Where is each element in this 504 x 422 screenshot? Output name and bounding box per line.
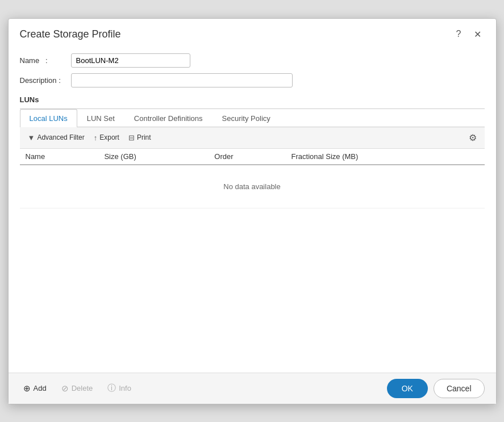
delete-icon: ⊘ — [61, 383, 69, 394]
tab-security-policy[interactable]: Security Policy — [213, 109, 280, 127]
delete-label: Delete — [72, 384, 93, 392]
cancel-button[interactable]: Cancel — [434, 379, 485, 398]
help-button[interactable]: ? — [453, 28, 465, 40]
description-row: Description : — [20, 73, 485, 87]
luns-table: Name Size (GB) Order Fractional Size (MB… — [20, 149, 485, 208]
col-name: Name — [20, 149, 99, 165]
settings-button[interactable]: ⚙ — [465, 131, 480, 145]
print-button[interactable]: ⊟ Print — [125, 132, 155, 144]
gear-icon: ⚙ — [469, 133, 477, 143]
col-size: Size (GB) — [98, 149, 209, 165]
col-order: Order — [209, 149, 285, 165]
no-data-message: No data available — [20, 165, 485, 208]
export-icon: ↑ — [94, 133, 98, 142]
table-container: Name Size (GB) Order Fractional Size (MB… — [20, 149, 485, 373]
export-button[interactable]: ↑ Export — [90, 132, 123, 144]
dialog-title: Create Storage Profile — [20, 28, 121, 40]
create-storage-profile-dialog: Create Storage Profile ? ✕ Name : Descri… — [8, 18, 497, 404]
no-data-row: No data available — [20, 165, 485, 208]
name-label: Name : — [20, 56, 71, 65]
print-label: Print — [137, 133, 151, 141]
dialog-body: Name : Description : LUNs Local LUNs LUN… — [9, 48, 496, 373]
header-actions: ? ✕ — [453, 28, 485, 41]
name-row: Name : — [20, 53, 485, 68]
filter-icon: ▼ — [28, 133, 35, 142]
ok-button[interactable]: OK — [387, 379, 428, 398]
tab-local-luns[interactable]: Local LUNs — [20, 109, 77, 127]
dialog-buttons: OK Cancel — [387, 379, 485, 398]
add-button[interactable]: ⊕ Add — [20, 381, 50, 396]
footer-actions: ⊕ Add ⊘ Delete ⓘ Info — [20, 381, 135, 396]
table-header-row: Name Size (GB) Order Fractional Size (MB… — [20, 149, 485, 165]
tabs-container: Local LUNs LUN Set Controller Definition… — [20, 109, 485, 127]
name-input[interactable] — [71, 53, 190, 68]
description-label: Description : — [20, 76, 71, 85]
export-label: Export — [99, 133, 119, 141]
add-icon: ⊕ — [23, 383, 31, 394]
info-label: Info — [119, 384, 131, 392]
info-button[interactable]: ⓘ Info — [104, 381, 135, 396]
dialog-footer: ⊕ Add ⊘ Delete ⓘ Info OK Cancel — [9, 373, 496, 404]
dialog-header: Create Storage Profile ? ✕ — [9, 19, 496, 48]
advanced-filter-button[interactable]: ▼ Advanced Filter — [24, 132, 88, 144]
print-icon: ⊟ — [128, 133, 135, 142]
tab-controller-definitions[interactable]: Controller Definitions — [124, 109, 213, 127]
tab-lun-set[interactable]: LUN Set — [77, 109, 124, 127]
description-input[interactable] — [71, 73, 293, 87]
luns-section-label: LUNs — [20, 95, 485, 104]
col-fractional-size: Fractional Size (MB) — [286, 149, 485, 165]
table-toolbar: ▼ Advanced Filter ↑ Export ⊟ Print ⚙ — [20, 127, 485, 149]
delete-button[interactable]: ⊘ Delete — [58, 381, 97, 396]
close-button[interactable]: ✕ — [470, 28, 485, 41]
info-icon: ⓘ — [107, 383, 116, 394]
add-label: Add — [34, 384, 47, 392]
advanced-filter-label: Advanced Filter — [37, 133, 84, 141]
